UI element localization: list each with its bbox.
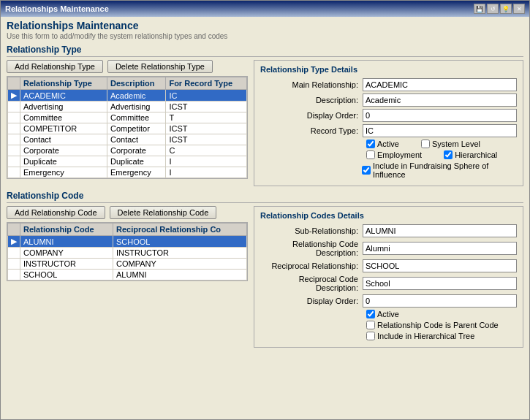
- active-system-row: Active System Level: [260, 140, 517, 148]
- code-active-label: Active: [377, 310, 399, 318]
- cell-code: ALUMNI: [20, 236, 113, 248]
- parent-code-label: Relationship Code is Parent Code: [377, 321, 499, 329]
- table-row[interactable]: Contact Contact ICST: [8, 134, 247, 145]
- reciprocal-label: Reciprocal Relationship:: [260, 261, 363, 270]
- main-window: Relationships Maintenance 💾 ↺ 💡 ✕ Relati…: [0, 0, 530, 420]
- fundraising-checkbox-item: Include in Fundraising Sphere of Influen…: [362, 161, 517, 179]
- close-icon[interactable]: ✕: [513, 4, 525, 14]
- code-active-checkbox[interactable]: [366, 310, 375, 318]
- employment-hierarchical-row: Employment Hierarchical: [260, 150, 517, 159]
- code-display-order-input[interactable]: [363, 294, 517, 308]
- hierarchical-tree-checkbox-item: Include in Hierarchical Tree: [366, 332, 474, 340]
- table-row[interactable]: Committee Committee T: [8, 112, 247, 123]
- col-relationship-type: Relationship Type: [20, 77, 107, 90]
- relationship-type-header-row: Relationship Type Description For Record…: [8, 77, 247, 90]
- record-type-input[interactable]: [363, 124, 517, 137]
- fundraising-checkbox[interactable]: [362, 166, 371, 175]
- table-row[interactable]: INSTRUCTOR COMPANY: [8, 259, 247, 270]
- row-indicator: [8, 102, 20, 112]
- code-description-label: Relationship Code Description:: [260, 240, 363, 257]
- parent-code-checkbox[interactable]: [366, 321, 375, 329]
- relationship-code-details-panel: Relationship Codes Details Sub-Relations…: [254, 206, 523, 348]
- cell-description: Corporate: [107, 145, 166, 156]
- cell-description: Duplicate: [107, 156, 166, 167]
- cell-record-type: IC: [166, 90, 247, 102]
- cell-record-type: I: [166, 156, 247, 167]
- cell-record-type: ICST: [166, 134, 247, 145]
- relationship-type-table-scroll[interactable]: Relationship Type Description For Record…: [7, 76, 248, 179]
- fundraising-label: Include in Fundraising Sphere of Influen…: [373, 161, 517, 179]
- save-icon[interactable]: 💾: [474, 4, 485, 14]
- display-order-row: Display Order:: [260, 109, 517, 122]
- table-row[interactable]: ▶ ALUMNI SCHOOL: [8, 236, 247, 248]
- row-indicator: ▶: [8, 90, 20, 102]
- cell-type: Duplicate: [20, 156, 107, 167]
- indicator-col: [8, 77, 20, 90]
- relationship-code-table: Relationship Code Reciprocal Relationshi…: [7, 223, 247, 280]
- table-row[interactable]: COMPANY INSTRUCTOR: [8, 248, 247, 259]
- table-row[interactable]: Emergency Emergency I: [8, 167, 247, 178]
- relationship-type-header: Relationship Type: [7, 45, 523, 57]
- sub-relationship-row: Sub-Relationship:: [260, 224, 517, 237]
- code-description-input[interactable]: [363, 242, 517, 255]
- lightbulb-icon[interactable]: 💡: [500, 4, 512, 14]
- hierarchical-checkbox-item: Hierarchical: [444, 150, 497, 159]
- row-indicator: [8, 123, 20, 134]
- display-order-input[interactable]: [363, 109, 517, 122]
- delete-relationship-code-button[interactable]: Delete Relationship Code: [110, 206, 217, 219]
- sub-relationship-input[interactable]: [363, 224, 517, 237]
- relationship-code-header-row: Relationship Code Reciprocal Relationshi…: [8, 224, 247, 236]
- employment-label: Employment: [377, 150, 422, 159]
- table-row[interactable]: Duplicate Duplicate I: [8, 156, 247, 167]
- active-checkbox-item: Active: [366, 140, 399, 148]
- relationship-code-table-scroll[interactable]: Relationship Code Reciprocal Relationshi…: [7, 222, 248, 281]
- relationship-code-header: Relationship Code: [7, 191, 523, 203]
- description-input[interactable]: [363, 93, 517, 107]
- row-indicator: [8, 112, 20, 123]
- row-indicator: [8, 259, 20, 270]
- relationship-type-section: Relationship Type Add Relationship Type …: [7, 45, 523, 186]
- cell-code: SCHOOL: [20, 270, 113, 280]
- table-row[interactable]: Advertising Advertising ICST: [8, 102, 247, 112]
- add-relationship-code-button[interactable]: Add Relationship Code: [7, 206, 105, 219]
- relationship-type-details-panel: Relationship Type Details Main Relations…: [254, 60, 523, 186]
- active-checkbox[interactable]: [366, 140, 375, 148]
- reciprocal-desc-label: Reciprocal Code Description:: [260, 275, 363, 292]
- hierarchical-label: Hierarchical: [455, 150, 497, 159]
- row-indicator: [8, 270, 20, 280]
- cell-description: Competitor: [107, 123, 166, 134]
- reciprocal-row: Reciprocal Relationship:: [260, 259, 517, 272]
- relationship-code-left: Add Relationship Code Delete Relationshi…: [7, 206, 248, 348]
- code-active-row: Active: [260, 310, 517, 318]
- main-relationship-input[interactable]: [363, 78, 517, 91]
- add-relationship-type-button[interactable]: Add Relationship Type: [7, 60, 103, 73]
- table-row[interactable]: Corporate Corporate C: [8, 145, 247, 156]
- table-row[interactable]: SCHOOL ALUMNI: [8, 270, 247, 280]
- main-relationship-row: Main Relationship:: [260, 78, 517, 91]
- display-order-label: Display Order:: [260, 111, 363, 120]
- description-row: Description:: [260, 93, 517, 107]
- hierarchical-checkbox[interactable]: [444, 150, 453, 159]
- delete-relationship-type-button[interactable]: Delete Relationship Type: [107, 60, 213, 73]
- table-row[interactable]: COMPETITOR Competitor ICST: [8, 123, 247, 134]
- cell-reciprocal: COMPANY: [113, 259, 247, 270]
- col-reciprocal-code: Reciprocal Relationship Co: [113, 224, 247, 236]
- code-display-order-label: Display Order:: [260, 297, 363, 305]
- system-level-checkbox-item: System Level: [421, 140, 480, 148]
- row-indicator: [8, 134, 20, 145]
- cell-reciprocal: INSTRUCTOR: [113, 248, 247, 259]
- reciprocal-desc-input[interactable]: [363, 277, 517, 290]
- system-level-checkbox[interactable]: [421, 140, 430, 148]
- refresh-icon[interactable]: ↺: [487, 4, 499, 14]
- code-display-order-row: Display Order:: [260, 294, 517, 308]
- cell-type: COMPETITOR: [20, 123, 107, 134]
- reciprocal-input[interactable]: [363, 259, 517, 272]
- employment-checkbox[interactable]: [366, 150, 375, 159]
- table-row[interactable]: ▶ ACADEMIC Academic IC: [8, 90, 247, 102]
- cell-record-type: C: [166, 145, 247, 156]
- title-bar-icons: 💾 ↺ 💡 ✕: [474, 4, 525, 14]
- window-title: Relationships Maintenance: [5, 4, 109, 13]
- hierarchical-tree-checkbox[interactable]: [366, 332, 375, 340]
- relationship-type-tbody: ▶ ACADEMIC Academic IC Advertising Adver…: [8, 90, 247, 178]
- cell-description: Academic: [107, 90, 166, 102]
